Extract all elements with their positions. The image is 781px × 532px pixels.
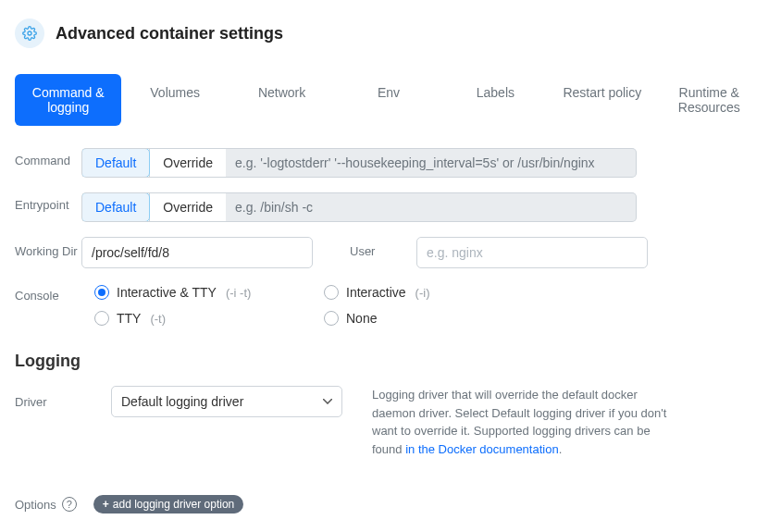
- user-input[interactable]: [416, 237, 648, 268]
- driver-select[interactable]: Default logging driver: [111, 386, 342, 417]
- command-mode-toggle: Default Override: [81, 148, 226, 178]
- entrypoint-mode-toggle: Default Override: [81, 192, 226, 222]
- radio-label: Interactive: [346, 285, 406, 300]
- help-icon[interactable]: ?: [62, 497, 77, 512]
- add-logging-option-button[interactable]: +add logging driver option: [93, 495, 243, 513]
- radio-icon: [94, 285, 109, 300]
- command-override-button[interactable]: Override: [149, 149, 226, 177]
- radio-hint: (-i): [415, 286, 430, 300]
- entrypoint-override-button[interactable]: Override: [149, 193, 226, 221]
- tab-env[interactable]: Env: [335, 74, 441, 126]
- docker-docs-link[interactable]: in the Docker documentation: [405, 442, 558, 456]
- command-input[interactable]: [226, 148, 637, 178]
- user-label: User: [350, 237, 416, 258]
- tab-labels[interactable]: Labels: [442, 74, 549, 126]
- logging-heading: Logging: [15, 352, 762, 371]
- working-dir-label: Working Dir: [15, 237, 81, 258]
- working-dir-input[interactable]: [81, 237, 313, 268]
- tab-volumes[interactable]: Volumes: [121, 74, 228, 126]
- entrypoint-default-button[interactable]: Default: [81, 192, 150, 222]
- radio-label: None: [346, 311, 377, 326]
- svg-point-0: [28, 31, 31, 35]
- tabs: Command & logging Volumes Network Env La…: [15, 74, 762, 126]
- entrypoint-label: Entrypoint: [15, 192, 81, 212]
- console-tty-radio[interactable]: TTY (-t): [94, 311, 311, 326]
- radio-label: TTY: [117, 311, 141, 326]
- driver-help-text: Logging driver that will override the de…: [372, 386, 668, 458]
- entrypoint-input[interactable]: [226, 192, 637, 222]
- tab-command-logging[interactable]: Command & logging: [15, 74, 121, 126]
- driver-label: Driver: [15, 386, 81, 409]
- plus-icon: +: [103, 498, 109, 511]
- options-label: Options: [15, 498, 56, 512]
- console-none-radio[interactable]: None: [324, 311, 540, 326]
- tab-restart-policy[interactable]: Restart policy: [549, 74, 655, 126]
- radio-icon: [94, 311, 109, 326]
- radio-hint: (-t): [150, 312, 166, 326]
- radio-icon: [324, 311, 339, 326]
- gear-icon: [15, 19, 44, 48]
- console-interactive-tty-radio[interactable]: Interactive & TTY (-i -t): [94, 285, 311, 300]
- console-interactive-radio[interactable]: Interactive (-i): [324, 285, 540, 300]
- command-default-button[interactable]: Default: [81, 148, 150, 178]
- tab-runtime-resources[interactable]: Runtime & Resources: [656, 74, 762, 126]
- page-title: Advanced container settings: [56, 24, 283, 43]
- command-label: Command: [15, 148, 81, 167]
- radio-icon: [324, 285, 339, 300]
- radio-hint: (-i -t): [226, 286, 251, 300]
- radio-label: Interactive & TTY: [117, 285, 217, 300]
- tab-network[interactable]: Network: [229, 74, 335, 126]
- console-label: Console: [15, 283, 81, 303]
